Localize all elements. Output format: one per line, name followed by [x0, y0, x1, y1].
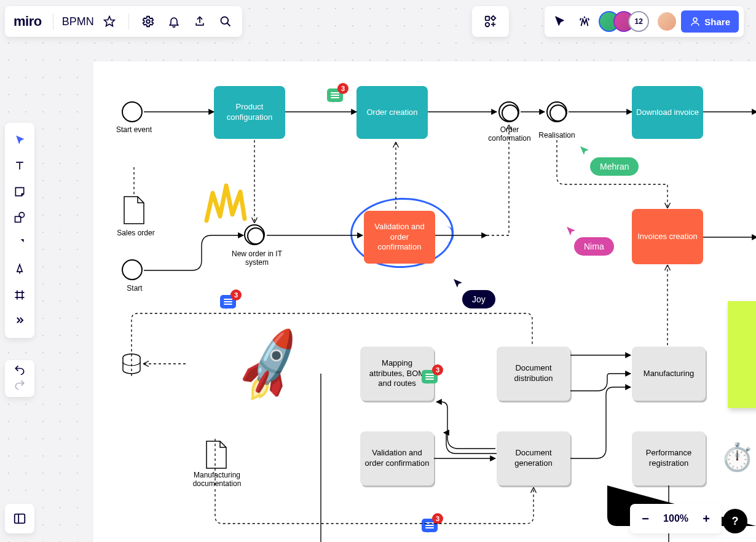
miro-logo[interactable]: miro [11, 14, 44, 29]
canvas[interactable]: Start event Product configuration Order … [93, 61, 756, 542]
collaborator-cursor [579, 145, 590, 156]
start2-label: Start [119, 284, 150, 293]
new-order-label: New order in IT system [226, 249, 288, 267]
task-validation-order[interactable]: Validation and order confirmation [364, 211, 435, 264]
order-conformation-label: Order conformation [481, 125, 538, 143]
pen-tool[interactable] [7, 257, 32, 281]
task-order-creation[interactable]: Order creation [356, 86, 428, 139]
select-tool[interactable] [7, 128, 32, 152]
intermediate-event-order-conformation[interactable] [498, 101, 519, 122]
comment-icon[interactable]: 3 [220, 295, 236, 308]
collaborator-avatars[interactable]: 12 [599, 11, 649, 32]
realisation-label: Realisation [535, 131, 579, 139]
reactions-icon[interactable] [574, 11, 595, 32]
svg-point-5 [693, 18, 697, 22]
search-icon[interactable] [215, 11, 236, 32]
svg-marker-0 [104, 17, 114, 26]
svg-point-1 [146, 20, 150, 23]
collaborator-label-mehran: Mehran [590, 157, 639, 176]
divider [53, 14, 53, 29]
panel-toggle-button[interactable] [5, 504, 34, 533]
user-avatar[interactable] [656, 11, 677, 32]
svg-point-4 [486, 23, 489, 26]
collaborator-cursor [452, 278, 463, 289]
svg-rect-8 [15, 514, 25, 524]
task-download-invoice[interactable]: Download invoice [632, 86, 703, 139]
share-button[interactable]: Share [681, 10, 739, 33]
comment-count-badge: 3 [230, 289, 242, 300]
zoom-in-button[interactable]: + [695, 507, 718, 530]
cursor-mode-icon[interactable] [549, 11, 570, 32]
share-toolbar: 12 Share [545, 6, 744, 37]
collaborator-label-joy: Joy [462, 290, 495, 308]
zoom-control: − 100% + [630, 504, 722, 533]
svg-point-7 [19, 213, 24, 218]
task-performance-reg[interactable]: Performance registration [632, 431, 706, 485]
start-event-label: Start event [109, 125, 159, 134]
zoom-out-button[interactable]: − [634, 507, 657, 530]
undo-redo-bar [5, 360, 34, 397]
document-icon[interactable] [204, 440, 229, 469]
comment-icon[interactable]: 3 [327, 88, 343, 102]
board-title[interactable]: BPMN [62, 15, 94, 28]
collaborator-label-nima: Nima [574, 237, 614, 256]
task-product-config[interactable]: Product configuration [214, 86, 285, 139]
side-toolbar [5, 123, 34, 338]
bell-icon[interactable] [163, 11, 184, 32]
settings-icon[interactable] [138, 11, 159, 32]
task-validation-2[interactable]: Validation and order confirmation [360, 431, 434, 485]
text-tool[interactable] [7, 154, 32, 178]
share-label: Share [704, 17, 730, 27]
sticky-note[interactable] [728, 301, 756, 408]
comment-icon[interactable]: 3 [422, 519, 438, 532]
star-icon[interactable] [99, 11, 120, 32]
comment-count-badge: 3 [432, 513, 443, 524]
rocket-image[interactable]: 🚀 [229, 329, 312, 403]
hand-drawn-emphasis[interactable] [202, 181, 251, 225]
collaborator-cursor [565, 226, 577, 237]
task-doc-generation[interactable]: Document generation [497, 431, 570, 485]
task-invoices-creation[interactable]: Invoices creation [632, 209, 703, 264]
start-event-2[interactable] [122, 259, 143, 280]
comment-icon[interactable]: 3 [422, 370, 438, 383]
avatar-count[interactable]: 12 [628, 11, 649, 32]
intermediate-event-realisation[interactable] [546, 101, 567, 122]
frame-tool[interactable] [7, 283, 32, 307]
manufacturing-doc-label: Manufacturing documentation [170, 471, 264, 488]
svg-rect-3 [486, 17, 489, 20]
zoom-level[interactable]: 100% [660, 513, 692, 524]
apps-button[interactable] [472, 6, 509, 37]
redo-button[interactable] [14, 379, 26, 393]
undo-button[interactable] [14, 364, 26, 379]
help-button[interactable]: ? [723, 509, 747, 533]
more-tools[interactable] [7, 308, 32, 333]
divider [128, 14, 129, 29]
svg-point-2 [221, 17, 228, 25]
start-event[interactable] [122, 101, 143, 122]
sticky-note-tool[interactable] [7, 179, 32, 204]
comment-count-badge: 3 [337, 83, 348, 94]
document-icon[interactable] [122, 195, 146, 225]
connector-tool[interactable] [7, 231, 32, 256]
task-doc-distribution[interactable]: Document distribution [497, 347, 570, 401]
export-icon[interactable] [189, 11, 210, 32]
task-manufacturing[interactable]: Manufacturing [632, 347, 706, 401]
stopwatch-image[interactable]: ⏱️ [720, 444, 754, 471]
comment-count-badge: 3 [432, 364, 443, 375]
datastore-icon[interactable] [120, 353, 143, 375]
sales-order-label: Sales order [108, 229, 163, 237]
shapes-tool[interactable] [7, 205, 32, 230]
top-left-toolbar: miro BPMN [5, 6, 242, 37]
intermediate-event-new-order[interactable] [244, 224, 265, 245]
